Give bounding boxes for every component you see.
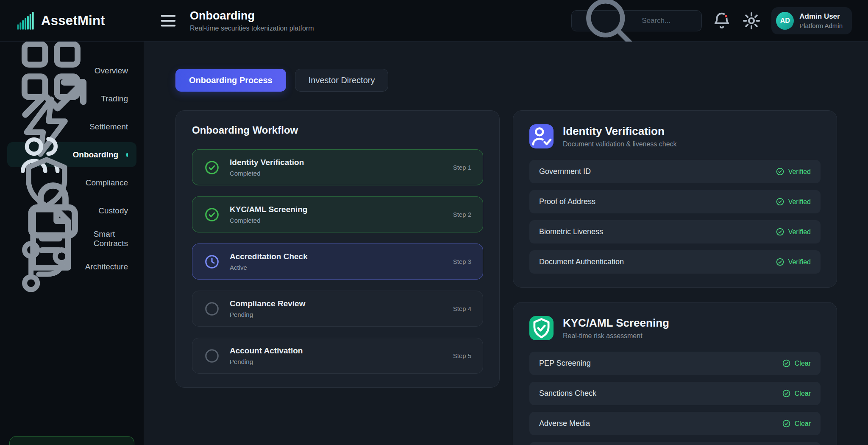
status-text: Verified	[788, 198, 811, 206]
user-name: Admin User	[799, 12, 843, 21]
sidebar: Overview Trading Settlement	[0, 42, 144, 445]
sidebar-item-label: Overview	[95, 66, 128, 76]
step-status: Active	[230, 264, 308, 271]
page-title: Onboarding	[190, 9, 314, 22]
active-indicator-dot	[126, 153, 128, 157]
check-circle-icon	[204, 160, 220, 176]
verification-label: Government ID	[539, 167, 591, 176]
step-name: Compliance Review	[230, 299, 305, 308]
user-check-icon	[529, 124, 554, 148]
check-circle-icon	[204, 207, 220, 223]
bell-icon	[712, 11, 732, 31]
screening-row: Risk Score: Low Verified	[529, 442, 821, 445]
panel-title: KYC/AML Screening	[563, 316, 669, 330]
step-number: Step 4	[453, 305, 471, 312]
step-text: Identity Verification Completed	[230, 158, 304, 177]
status-badge: Clear	[782, 419, 811, 428]
step-status: Pending	[230, 358, 303, 365]
workflow-title: Onboarding Workflow	[192, 124, 483, 136]
screening-row: PEP Screening Clear	[529, 352, 821, 375]
brand-name: AssetMint	[41, 13, 105, 28]
step-name: KYC/AML Screening	[230, 205, 307, 214]
step-number: Step 1	[453, 164, 471, 171]
screening-rows: PEP Screening Clear Sanctions Check	[529, 352, 821, 445]
check-circle-icon	[782, 359, 791, 368]
top-bar-main: Onboarding Real-time securities tokeniza…	[144, 0, 868, 41]
workflow-step[interactable]: Account Activation Pending Step 5	[192, 338, 483, 374]
panel-header: KYC/AML Screening Real-time risk assessm…	[529, 316, 821, 340]
verification-rows: Government ID Verified Proof of Address	[529, 160, 821, 274]
check-circle-icon	[776, 197, 785, 206]
user-meta: Admin User Platform Admin	[799, 12, 843, 29]
step-number: Step 2	[453, 211, 471, 218]
step-status: Pending	[230, 311, 305, 318]
status-badge: Clear	[782, 359, 811, 368]
verification-label: Proof of Address	[539, 197, 595, 206]
tab[interactable]: Investor Directory	[295, 69, 389, 92]
workflow-step[interactable]: Identity Verification Completed Step 1	[192, 149, 483, 185]
sidebar-item-label: Smart Contracts	[94, 229, 128, 248]
kyc-aml-panel: KYC/AML Screening Real-time risk assessm…	[513, 302, 837, 445]
sidebar-nav: Overview Trading Settlement	[0, 58, 144, 279]
gear-icon	[742, 11, 761, 31]
workflow-step[interactable]: KYC/AML Screening Completed Step 2	[192, 196, 483, 232]
step-text: Account Activation Pending	[230, 346, 303, 365]
brand: AssetMint	[0, 0, 144, 41]
screening-label: Sanctions Check	[539, 389, 596, 398]
sidebar-item-label: Architecture	[85, 262, 128, 271]
app-root: AssetMint Onboarding Real-time securitie…	[0, 0, 868, 445]
sidebar-item-label: Trading	[101, 94, 128, 104]
tab[interactable]: Onboarding Process	[175, 69, 286, 92]
panel-titles: Identity Verification Document validatio…	[563, 125, 677, 148]
clock-icon	[204, 254, 220, 270]
hamburger-menu-button[interactable]	[159, 11, 178, 31]
status-badge: Verified	[776, 227, 811, 236]
sidebar-item-label: Compliance	[86, 178, 128, 188]
check-circle-icon	[776, 227, 785, 236]
step-number: Step 5	[453, 352, 471, 359]
workflow-step[interactable]: Compliance Review Pending Step 4	[192, 291, 483, 327]
step-name: Account Activation	[230, 346, 303, 355]
status-text: Clear	[795, 420, 811, 428]
sidebar-item[interactable]: Architecture	[7, 254, 136, 279]
search-box[interactable]	[571, 10, 702, 31]
shield-check-icon	[529, 316, 554, 340]
detail-panels: Identity Verification Document validatio…	[513, 110, 837, 445]
verification-row: Government ID Verified	[529, 160, 821, 183]
sidebar-item-label: Custody	[98, 206, 128, 216]
screening-label: PEP Screening	[539, 359, 591, 368]
screening-row: Sanctions Check Clear	[529, 382, 821, 405]
avatar: AD	[776, 12, 794, 30]
assetmint-logo-icon	[16, 11, 35, 30]
status-text: Verified	[788, 228, 811, 236]
workflow-steps: Identity Verification Completed Step 1 K…	[192, 149, 483, 374]
status-badge: Clear	[782, 389, 811, 398]
notifications-button[interactable]	[712, 11, 732, 31]
workflow-step[interactable]: Accreditation Check Active Step 3	[192, 243, 483, 280]
sidebar-item-label: Settlement	[89, 122, 128, 132]
settings-button[interactable]	[742, 11, 761, 31]
branch-icon	[16, 236, 77, 297]
user-menu[interactable]: AD Admin User Platform Admin	[771, 7, 852, 34]
step-status: Completed	[230, 170, 304, 177]
main-content: Onboarding Process Investor Directory On…	[144, 42, 868, 445]
user-role: Platform Admin	[799, 22, 843, 29]
screening-label: Adverse Media	[539, 419, 590, 428]
page-subtitle: Real-time securities tokenization platfo…	[190, 25, 314, 32]
panel-title: Identity Verification	[563, 125, 677, 138]
circle-icon	[204, 348, 220, 364]
check-circle-icon	[782, 419, 791, 428]
verification-label: Document Authentication	[539, 257, 624, 266]
verification-label: Biometric Liveness	[539, 227, 603, 236]
status-text: Verified	[788, 168, 811, 176]
status-text: Verified	[788, 258, 811, 266]
check-circle-icon	[776, 257, 785, 266]
menu-icon	[159, 11, 178, 31]
sidebar-status-widget	[9, 436, 134, 445]
tab-bar: Onboarding Process Investor Directory	[175, 69, 868, 92]
step-name: Identity Verification	[230, 158, 304, 167]
search-input[interactable]	[642, 17, 694, 25]
status-badge: Verified	[776, 257, 811, 266]
status-text: Clear	[795, 390, 811, 397]
body: Overview Trading Settlement	[0, 42, 868, 445]
